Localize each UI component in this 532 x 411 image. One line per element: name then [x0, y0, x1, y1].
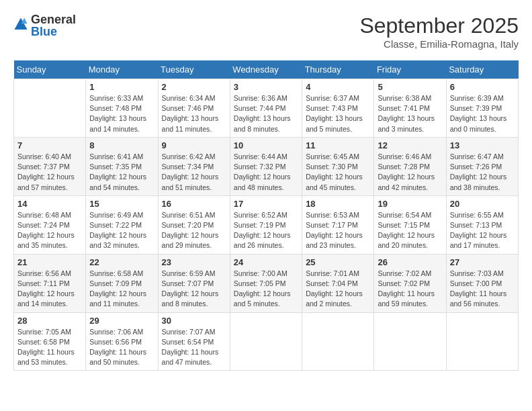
- calendar-cell: 12Sunrise: 6:46 AM Sunset: 7:28 PM Dayli…: [374, 137, 446, 195]
- calendar-cell: 1Sunrise: 6:33 AM Sunset: 7:48 PM Daylig…: [86, 79, 158, 138]
- day-number: 4: [306, 82, 370, 92]
- day-number: 18: [306, 199, 370, 209]
- day-number: 22: [89, 257, 154, 267]
- calendar-cell: 30Sunrise: 7:07 AM Sunset: 6:54 PM Dayli…: [158, 312, 230, 371]
- calendar-cell: 22Sunrise: 6:58 AM Sunset: 7:09 PM Dayli…: [86, 254, 158, 312]
- day-info: Sunrise: 6:47 AM Sunset: 7:26 PM Dayligh…: [450, 152, 515, 193]
- calendar-week-row: 1Sunrise: 6:33 AM Sunset: 7:48 PM Daylig…: [14, 79, 519, 138]
- calendar-cell: 18Sunrise: 6:53 AM Sunset: 7:17 PM Dayli…: [302, 195, 374, 254]
- day-info: Sunrise: 6:58 AM Sunset: 7:09 PM Dayligh…: [89, 269, 154, 310]
- day-number: 28: [17, 316, 82, 326]
- day-number: 29: [89, 316, 154, 326]
- calendar-cell: 14Sunrise: 6:48 AM Sunset: 7:24 PM Dayli…: [14, 195, 86, 254]
- calendar-cell: [446, 312, 518, 371]
- calendar-cell: 17Sunrise: 6:52 AM Sunset: 7:19 PM Dayli…: [230, 195, 302, 254]
- calendar-cell: 4Sunrise: 6:37 AM Sunset: 7:43 PM Daylig…: [302, 79, 374, 138]
- calendar-cell: 16Sunrise: 6:51 AM Sunset: 7:20 PM Dayli…: [158, 195, 230, 254]
- calendar-cell: 2Sunrise: 6:34 AM Sunset: 7:46 PM Daylig…: [158, 79, 230, 138]
- calendar-cell: 20Sunrise: 6:55 AM Sunset: 7:13 PM Dayli…: [446, 195, 518, 254]
- day-number: 2: [162, 82, 226, 92]
- calendar-cell: 21Sunrise: 6:56 AM Sunset: 7:11 PM Dayli…: [14, 254, 86, 312]
- weekday-header-sunday: Sunday: [14, 60, 86, 79]
- day-number: 20: [450, 199, 515, 209]
- weekday-header-wednesday: Wednesday: [230, 60, 302, 79]
- calendar-cell: 7Sunrise: 6:40 AM Sunset: 7:37 PM Daylig…: [14, 137, 86, 195]
- calendar-cell: 6Sunrise: 6:39 AM Sunset: 7:39 PM Daylig…: [446, 79, 518, 138]
- day-number: 27: [450, 257, 515, 267]
- logo-general-text: General: [31, 13, 76, 26]
- weekday-header-thursday: Thursday: [302, 60, 374, 79]
- calendar-cell: 27Sunrise: 7:03 AM Sunset: 7:00 PM Dayli…: [446, 254, 518, 312]
- logo-blue-text: Blue: [31, 26, 76, 38]
- day-info: Sunrise: 6:33 AM Sunset: 7:48 PM Dayligh…: [89, 93, 154, 134]
- day-info: Sunrise: 7:07 AM Sunset: 6:54 PM Dayligh…: [162, 327, 226, 368]
- day-info: Sunrise: 6:42 AM Sunset: 7:34 PM Dayligh…: [162, 152, 226, 193]
- day-number: 26: [378, 257, 442, 267]
- day-info: Sunrise: 6:54 AM Sunset: 7:15 PM Dayligh…: [378, 210, 442, 251]
- calendar-cell: 24Sunrise: 7:00 AM Sunset: 7:05 PM Dayli…: [230, 254, 302, 312]
- day-info: Sunrise: 6:49 AM Sunset: 7:22 PM Dayligh…: [89, 210, 154, 251]
- header: General Blue September 2025 Classe, Emil…: [13, 13, 519, 50]
- day-number: 23: [162, 257, 226, 267]
- day-number: 6: [450, 82, 515, 92]
- day-number: 9: [162, 140, 226, 150]
- calendar-cell: 11Sunrise: 6:45 AM Sunset: 7:30 PM Dayli…: [302, 137, 374, 195]
- calendar-cell: 26Sunrise: 7:02 AM Sunset: 7:02 PM Dayli…: [374, 254, 446, 312]
- day-number: 25: [306, 257, 370, 267]
- calendar-cell: 23Sunrise: 6:59 AM Sunset: 7:07 PM Dayli…: [158, 254, 230, 312]
- calendar-cell: 15Sunrise: 6:49 AM Sunset: 7:22 PM Dayli…: [86, 195, 158, 254]
- day-info: Sunrise: 6:59 AM Sunset: 7:07 PM Dayligh…: [162, 269, 226, 310]
- day-info: Sunrise: 6:48 AM Sunset: 7:24 PM Dayligh…: [17, 210, 82, 251]
- day-info: Sunrise: 6:55 AM Sunset: 7:13 PM Dayligh…: [450, 210, 515, 251]
- calendar-table: SundayMondayTuesdayWednesdayThursdayFrid…: [13, 60, 519, 371]
- day-number: 8: [89, 140, 154, 150]
- day-info: Sunrise: 7:05 AM Sunset: 6:58 PM Dayligh…: [17, 327, 82, 368]
- day-info: Sunrise: 6:44 AM Sunset: 7:32 PM Dayligh…: [234, 152, 298, 193]
- day-info: Sunrise: 6:37 AM Sunset: 7:43 PM Dayligh…: [306, 93, 370, 134]
- month-title: September 2025: [359, 13, 519, 38]
- day-number: 5: [378, 82, 442, 92]
- day-number: 13: [450, 140, 515, 150]
- day-number: 19: [378, 199, 442, 209]
- calendar-cell: [374, 312, 446, 371]
- calendar-cell: 13Sunrise: 6:47 AM Sunset: 7:26 PM Dayli…: [446, 137, 518, 195]
- day-info: Sunrise: 6:34 AM Sunset: 7:46 PM Dayligh…: [162, 93, 226, 134]
- day-info: Sunrise: 7:02 AM Sunset: 7:02 PM Dayligh…: [378, 269, 442, 310]
- day-number: 17: [234, 199, 298, 209]
- day-info: Sunrise: 6:41 AM Sunset: 7:35 PM Dayligh…: [89, 152, 154, 193]
- day-info: Sunrise: 6:40 AM Sunset: 7:37 PM Dayligh…: [17, 152, 82, 193]
- day-number: 24: [234, 257, 298, 267]
- weekday-header-saturday: Saturday: [446, 60, 518, 79]
- weekday-header-tuesday: Tuesday: [158, 60, 230, 79]
- day-number: 11: [306, 140, 370, 150]
- day-number: 16: [162, 199, 226, 209]
- calendar-cell: 10Sunrise: 6:44 AM Sunset: 7:32 PM Dayli…: [230, 137, 302, 195]
- weekday-header-friday: Friday: [374, 60, 446, 79]
- weekday-header-row: SundayMondayTuesdayWednesdayThursdayFrid…: [14, 60, 519, 79]
- calendar-cell: 3Sunrise: 6:36 AM Sunset: 7:44 PM Daylig…: [230, 79, 302, 138]
- calendar-week-row: 14Sunrise: 6:48 AM Sunset: 7:24 PM Dayli…: [14, 195, 519, 254]
- day-info: Sunrise: 6:45 AM Sunset: 7:30 PM Dayligh…: [306, 152, 370, 193]
- day-number: 21: [17, 257, 82, 267]
- day-info: Sunrise: 7:01 AM Sunset: 7:04 PM Dayligh…: [306, 269, 370, 310]
- day-number: 3: [234, 82, 298, 92]
- day-info: Sunrise: 6:51 AM Sunset: 7:20 PM Dayligh…: [162, 210, 226, 251]
- day-number: 7: [17, 140, 82, 150]
- calendar-cell: [14, 79, 86, 138]
- day-number: 30: [162, 316, 226, 326]
- logo-icon: [13, 17, 28, 32]
- day-info: Sunrise: 6:52 AM Sunset: 7:19 PM Dayligh…: [234, 210, 298, 251]
- day-info: Sunrise: 6:39 AM Sunset: 7:39 PM Dayligh…: [450, 93, 515, 134]
- day-info: Sunrise: 7:00 AM Sunset: 7:05 PM Dayligh…: [234, 269, 298, 310]
- calendar-week-row: 28Sunrise: 7:05 AM Sunset: 6:58 PM Dayli…: [14, 312, 519, 371]
- logo: General Blue: [13, 13, 76, 38]
- day-info: Sunrise: 7:06 AM Sunset: 6:56 PM Dayligh…: [89, 327, 154, 368]
- day-info: Sunrise: 7:03 AM Sunset: 7:00 PM Dayligh…: [450, 269, 515, 310]
- day-number: 10: [234, 140, 298, 150]
- day-info: Sunrise: 6:36 AM Sunset: 7:44 PM Dayligh…: [234, 93, 298, 134]
- day-info: Sunrise: 6:53 AM Sunset: 7:17 PM Dayligh…: [306, 210, 370, 251]
- weekday-header-monday: Monday: [86, 60, 158, 79]
- day-number: 12: [378, 140, 442, 150]
- day-number: 15: [89, 199, 154, 209]
- calendar-cell: 29Sunrise: 7:06 AM Sunset: 6:56 PM Dayli…: [86, 312, 158, 371]
